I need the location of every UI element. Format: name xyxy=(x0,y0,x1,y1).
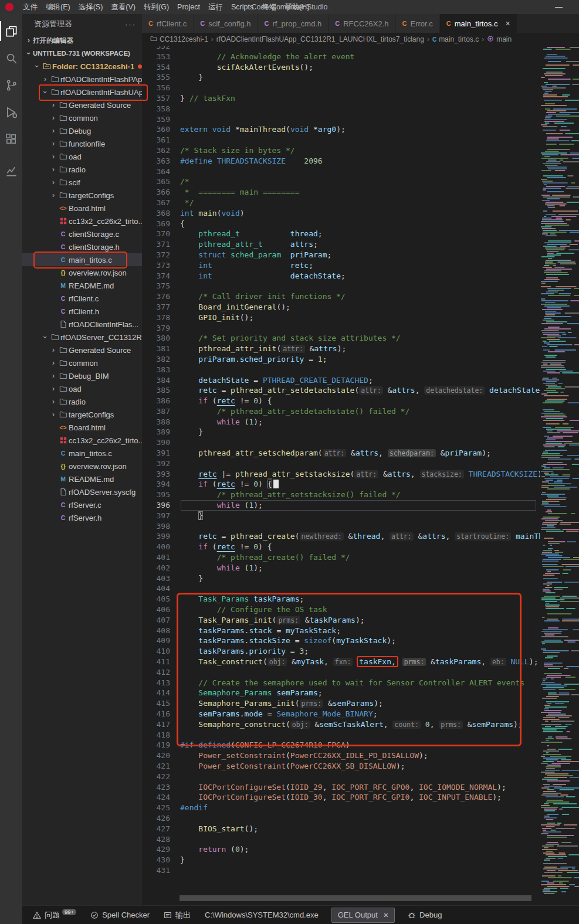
tree-item-generatedsource[interactable]: ›Generated Source xyxy=(22,98,142,111)
code-line-379[interactable]: 379 xyxy=(142,323,540,334)
horizontal-scrollbar[interactable] xyxy=(180,895,531,901)
menu-item-0[interactable]: 文件 xyxy=(19,0,42,14)
menu-item-2[interactable]: 选择(S) xyxy=(75,0,107,14)
code-line-368[interactable]: 368int main(void) xyxy=(142,208,540,219)
code-line-386[interactable]: 386 if (retc != 0) { xyxy=(142,396,540,406)
tree-item-radio[interactable]: ›radio xyxy=(22,395,142,408)
code-line-419[interactable]: 419#if defined(CONFIG_LP_CC2674R10_FPGA) xyxy=(142,740,540,750)
code-line-378[interactable]: 378 GPIO_init(); xyxy=(142,312,540,323)
code-line-416[interactable]: 416 semParams.mode = Semaphore_Mode_BINA… xyxy=(142,709,540,719)
code-line-352[interactable]: 352 xyxy=(142,46,540,52)
code-line-363[interactable]: 363#define THREADSTACKSIZE 2096 xyxy=(142,156,540,167)
analysis-icon[interactable] xyxy=(0,157,22,184)
breadcrumb-item-1[interactable]: rfOADClientIntFlashUApp_CC1312R1_LAUNCHX… xyxy=(216,35,424,43)
minimize-button[interactable]: — xyxy=(555,0,563,14)
code-line-423[interactable]: 423 IOCPortConfigureSet(IOID_29, IOC_POR… xyxy=(142,782,540,793)
tree-item-rfclient.c[interactable]: CrfClient.c xyxy=(22,292,142,305)
code-line-425[interactable]: 425#endif xyxy=(142,803,540,813)
tree-item-clientstorage.h[interactable]: CclientStorage.h xyxy=(22,240,142,253)
code-line-406[interactable]: 406 // Configure the OS task xyxy=(142,604,540,615)
code-line-370[interactable]: 370 pthread_t thread; xyxy=(142,229,540,239)
code-line-371[interactable]: 371 pthread_attr_t attrs; xyxy=(142,239,540,250)
code-line-421[interactable]: 421 Power_setConstraint(PowerCC26XX_SB_D… xyxy=(142,761,540,772)
code-line-382[interactable]: 382 priParam.sched_priority = 1; xyxy=(142,354,540,365)
menu-item-6[interactable]: 运行 xyxy=(204,0,227,14)
tab-rfclient.c[interactable]: CrfClient.c xyxy=(142,14,194,33)
code-line-381[interactable]: 381 pthread_attr_init(attr: &attrs); xyxy=(142,344,540,354)
code-line-399[interactable]: 399 retc = pthread_create(newthread: &th… xyxy=(142,531,540,542)
code-line-390[interactable]: 390 xyxy=(142,437,540,448)
tab-main_tirtos.c[interactable]: Cmain_tirtos.c× xyxy=(440,14,517,33)
tree-item-[interactable]: ›打开的编辑器 xyxy=(22,34,142,47)
code-line-357[interactable]: 357} // taskFxn xyxy=(142,93,540,104)
code-line-413[interactable]: 413 // Create the semaphore used to wait… xyxy=(142,678,540,688)
tab-scif_config.h[interactable]: Cscif_config.h xyxy=(194,14,258,33)
tree-item-cc13x2_cc26x2_tirto...[interactable]: cc13x2_cc26x2_tirto... xyxy=(22,215,142,227)
tree-item-overview.rov.json[interactable]: {}overview.rov.json xyxy=(22,266,142,279)
code-line-402[interactable]: 402 while (1); xyxy=(142,563,540,573)
breadcrumb-item-3[interactable]: main xyxy=(487,35,512,43)
tree-item-functionfile[interactable]: ›functionfile xyxy=(22,137,142,150)
extensions-icon[interactable] xyxy=(0,125,22,152)
code-line-427[interactable]: 427 BIOS_start(); xyxy=(142,824,540,834)
code-line-401[interactable]: 401 /* pthread_create() failed */ xyxy=(142,552,540,563)
tree-item-debug[interactable]: ›Debug xyxy=(22,124,142,137)
code-line-374[interactable]: 374 int detachState; xyxy=(142,271,540,281)
code-line-380[interactable]: 380 /* Set priority and stack size attri… xyxy=(142,333,540,344)
tree-item-targetconfigs[interactable]: ›targetConfigs xyxy=(22,189,142,202)
code-line-377[interactable]: 377 Board_initGeneral(); xyxy=(142,302,540,312)
code-line-383[interactable]: 383 xyxy=(142,365,540,375)
code-line-355[interactable]: 355 } xyxy=(142,72,540,83)
tree-item-oad[interactable]: ›oad xyxy=(22,150,142,163)
code-line-414[interactable]: 414 Semaphore_Params semParams; xyxy=(142,688,540,698)
code-line-415[interactable]: 415 Semaphore_Params_init(prms: &semPara… xyxy=(142,698,540,709)
tree-item-rfclient.h[interactable]: CrfClient.h xyxy=(22,305,142,318)
tree-item-main_tirtos.c[interactable]: Cmain_tirtos.c xyxy=(22,253,142,266)
tree-item-main_tirtos.c[interactable]: Cmain_tirtos.c xyxy=(22,447,142,460)
menu-item-3[interactable]: 查看(V) xyxy=(107,0,140,14)
tree-item-readme.md[interactable]: MREADME.md xyxy=(22,279,142,292)
search-icon[interactable] xyxy=(0,45,22,72)
status-问题[interactable]: 问题99+ xyxy=(26,906,83,924)
status-gel-output[interactable]: GEL Output× xyxy=(331,908,395,923)
minimap[interactable] xyxy=(540,46,579,896)
tree-item-cc13x2_cc26x2_tirto...[interactable]: cc13x2_cc26x2_tirto... xyxy=(22,434,142,447)
code-line-422[interactable]: 422 xyxy=(142,772,540,782)
tree-item-rfoadclientintflashpapp[interactable]: ›rfOADClientIntFlashPApp xyxy=(22,73,142,86)
tree-item-common[interactable]: ›common xyxy=(22,356,142,369)
code-line-389[interactable]: 389 } xyxy=(142,427,540,437)
tab-error.c[interactable]: CError.c xyxy=(396,14,440,33)
code-line-417[interactable]: 417 Semaphore_construct(obj: &semScTaskA… xyxy=(142,719,540,730)
menu-item-1[interactable]: 编辑(E) xyxy=(42,0,75,14)
explorer-icon[interactable] xyxy=(0,18,22,45)
tree-item-generatedsource[interactable]: ›Generated Source xyxy=(22,344,142,356)
tree-item-debug_bim[interactable]: ›Debug_BIM xyxy=(22,369,142,382)
sidebar-more-actions[interactable]: ··· xyxy=(125,20,136,29)
code-line-361[interactable]: 361 xyxy=(142,135,540,145)
code-line-431[interactable]: 431 xyxy=(142,865,540,876)
code-line-365[interactable]: 365/* xyxy=(142,176,540,187)
code-line-430[interactable]: 430} xyxy=(142,855,540,865)
code-line-410[interactable]: 410 taskParams.priority = 3; xyxy=(142,646,540,657)
tab-rf_prop_cmd.h[interactable]: Crf_prop_cmd.h xyxy=(258,14,329,33)
code-line-409[interactable]: 409 taskParams.stackSize = sizeof(myTask… xyxy=(142,636,540,646)
tree-item-oad[interactable]: ›oad xyxy=(22,382,142,395)
tree-item-rfserver.c[interactable]: CrfServer.c xyxy=(22,498,142,511)
menu-item-5[interactable]: Project xyxy=(173,0,204,14)
code-line-372[interactable]: 372 struct sched_param priParam; xyxy=(142,250,540,260)
tree-item-common[interactable]: ›common xyxy=(22,111,142,124)
code-line-412[interactable]: 412 xyxy=(142,667,540,678)
code-line-391[interactable]: 391 pthread_attr_setschedparam(attr: &at… xyxy=(142,448,540,458)
code-line-354[interactable]: 354 scifAckAlertEvents(); xyxy=(142,62,540,73)
code-line-400[interactable]: 400 if (retc != 0) { xyxy=(142,542,540,552)
code-line-398[interactable]: 398 xyxy=(142,521,540,532)
tree-item-overview.rov.json[interactable]: {}overview.rov.json xyxy=(22,460,142,473)
code-line-353[interactable]: 353 // Acknowledge the alert event xyxy=(142,52,540,62)
code-line-369[interactable]: 369{ xyxy=(142,219,540,229)
breadcrumb-item-0[interactable]: CC1312ceshi-1 xyxy=(150,35,208,43)
code-line-366[interactable]: 366 * ======== main ======== xyxy=(142,187,540,198)
code-line-428[interactable]: 428 xyxy=(142,834,540,845)
menu-item-4[interactable]: 转到(G) xyxy=(140,0,173,14)
status-spell-checker[interactable]: Spell Checker xyxy=(83,906,157,924)
code-line-362[interactable]: 362/* Stack size in bytes */ xyxy=(142,145,540,156)
